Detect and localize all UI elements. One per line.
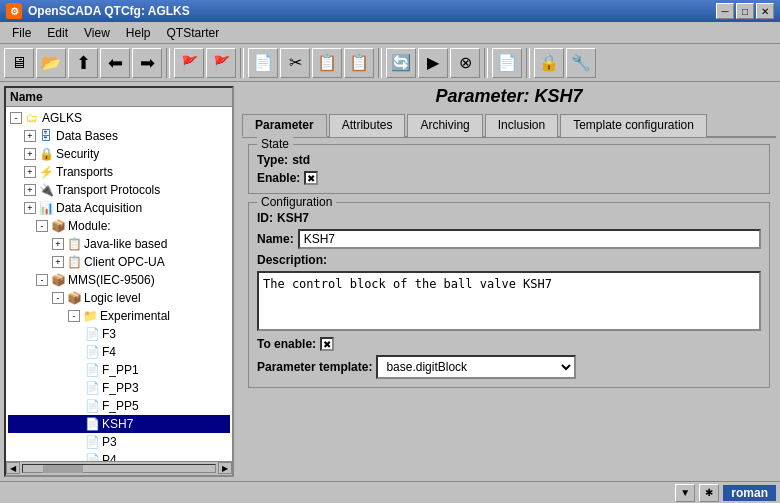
tab-archiving[interactable]: Archiving	[407, 114, 482, 137]
tree-item-logic-level[interactable]: - 📦 Logic level	[8, 289, 230, 307]
hscroll-right[interactable]: ▶	[218, 462, 232, 474]
expand-experimental[interactable]: -	[68, 310, 80, 322]
tree-item-mms-iec[interactable]: - 📦 MMS(IEC-9506)	[8, 271, 230, 289]
tree-item-experimental[interactable]: - 📁 Experimental	[8, 307, 230, 325]
config-id-row: ID: KSH7	[257, 211, 761, 225]
expand-aglks[interactable]: -	[10, 112, 22, 124]
tree-label-aglks: AGLKS	[42, 110, 82, 126]
state-enable-checkbox[interactable]: ✖	[304, 171, 318, 185]
tree-item-f3[interactable]: 📄 F3	[8, 325, 230, 343]
tab-template-configuration[interactable]: Template configuration	[560, 114, 707, 137]
menu-file[interactable]: File	[4, 24, 39, 42]
tab-parameter[interactable]: Parameter	[242, 114, 327, 137]
minimize-button[interactable]: ─	[716, 3, 734, 19]
expand-module[interactable]: -	[36, 220, 48, 232]
config-to-enable-checkbox[interactable]: ✖	[320, 337, 334, 351]
tree-item-databases[interactable]: + 🗄 Data Bases	[8, 127, 230, 145]
toolbar-btn-print[interactable]: 📄	[492, 48, 522, 78]
f3-icon: 📄	[84, 327, 100, 341]
toolbar-btn-lock[interactable]: 🔒	[534, 48, 564, 78]
expand-java-based[interactable]: +	[52, 238, 64, 250]
tree-item-p4[interactable]: 📄 P4	[8, 451, 230, 461]
config-param-template-select[interactable]: base.digitBlock base.analog base.digital	[376, 355, 576, 379]
tree-item-aglks[interactable]: - 🗂 AGLKS	[8, 109, 230, 127]
panel-header: Name	[6, 88, 232, 107]
tree-area[interactable]: - 🗂 AGLKS + 🗄 Data Bases + 🔒 Security + …	[6, 107, 232, 461]
state-group: State Type: std Enable: ✖	[248, 144, 770, 194]
config-param-template-row: Parameter template: base.digitBlock base…	[257, 355, 761, 379]
config-name-input[interactable]	[298, 229, 761, 249]
tree-item-f-pp3[interactable]: 📄 F_PP3	[8, 379, 230, 397]
expand-transports[interactable]: +	[24, 166, 36, 178]
status-btn-down[interactable]: ▼	[675, 484, 695, 502]
f-pp5-icon: 📄	[84, 399, 100, 413]
tab-content-parameter: State Type: std Enable: ✖ Configuration …	[242, 138, 776, 477]
maximize-button[interactable]: □	[736, 3, 754, 19]
tree-item-transports[interactable]: + ⚡ Transports	[8, 163, 230, 181]
toolbar-btn-0[interactable]: 🖥	[4, 48, 34, 78]
tree-hscrollbar[interactable]: ◀ ▶	[6, 461, 232, 475]
tab-inclusion[interactable]: Inclusion	[485, 114, 558, 137]
toolbar-btn-forward[interactable]: ➡	[132, 48, 162, 78]
java-based-icon: 📋	[66, 237, 82, 251]
toolbar-btn-1[interactable]: 📂	[36, 48, 66, 78]
tree-item-client-opc-ua[interactable]: + 📋 Client OPC-UA	[8, 253, 230, 271]
tree-label-transports: Transports	[56, 164, 113, 180]
expand-databases[interactable]: +	[24, 130, 36, 142]
close-button[interactable]: ✕	[756, 3, 774, 19]
status-btn-star[interactable]: ✱	[699, 484, 719, 502]
tree-item-java-based[interactable]: + 📋 Java-like based	[8, 235, 230, 253]
toolbar-btn-paste[interactable]: 📋	[344, 48, 374, 78]
expand-client-opc-ua[interactable]: +	[52, 256, 64, 268]
menu-edit[interactable]: Edit	[39, 24, 76, 42]
expand-security[interactable]: +	[24, 148, 36, 160]
title-bar-left: ⚙ OpenSCADA QTCfg: AGLKS	[6, 3, 190, 19]
menu-qtstarter[interactable]: QTStarter	[159, 24, 228, 42]
toolbar-btn-stop[interactable]: ⊗	[450, 48, 480, 78]
expand-logic-level[interactable]: -	[52, 292, 64, 304]
tree-item-transport-protocols[interactable]: + 🔌 Transport Protocols	[8, 181, 230, 199]
expand-transport-protocols[interactable]: +	[24, 184, 36, 196]
tab-attributes[interactable]: Attributes	[329, 114, 406, 137]
tree-item-p3[interactable]: 📄 P3	[8, 433, 230, 451]
tree-item-ksh7[interactable]: 📄 KSH7	[8, 415, 230, 433]
hscroll-left[interactable]: ◀	[6, 462, 20, 474]
toolbar-sep-5	[526, 48, 530, 78]
state-enable-row: Enable: ✖	[257, 171, 761, 185]
config-param-template-wrapper: base.digitBlock base.analog base.digital	[376, 355, 576, 379]
app-icon: ⚙	[6, 3, 22, 19]
toolbar-btn-flag2[interactable]: 🚩	[206, 48, 236, 78]
tree-item-f-pp5[interactable]: 📄 F_PP5	[8, 397, 230, 415]
toolbar-btn-play[interactable]: ▶	[418, 48, 448, 78]
tree-item-data-acquisition[interactable]: + 📊 Data Acquisition	[8, 199, 230, 217]
tree-label-f-pp1: F_PP1	[102, 362, 139, 378]
tree-item-f-pp1[interactable]: 📄 F_PP1	[8, 361, 230, 379]
tree-label-client-opc-ua: Client OPC-UA	[84, 254, 165, 270]
ksh7-icon: 📄	[84, 417, 100, 431]
toolbar-btn-back[interactable]: ⬅	[100, 48, 130, 78]
hscroll-track[interactable]	[22, 464, 216, 473]
tree-item-f4[interactable]: 📄 F4	[8, 343, 230, 361]
tree-item-security[interactable]: + 🔒 Security	[8, 145, 230, 163]
p3-icon: 📄	[84, 435, 100, 449]
toolbar-btn-flag1[interactable]: 🚩	[174, 48, 204, 78]
toolbar-btn-settings[interactable]: 🔧	[566, 48, 596, 78]
right-panel: Parameter: KSH7 Parameter Attributes Arc…	[238, 82, 780, 481]
config-desc-textarea[interactable]	[257, 271, 761, 331]
toolbar-btn-cut[interactable]: ✂	[280, 48, 310, 78]
tree-item-module[interactable]: - 📦 Module:	[8, 217, 230, 235]
config-id-value: KSH7	[277, 211, 309, 225]
expand-mms-iec[interactable]: -	[36, 274, 48, 286]
toolbar-btn-new[interactable]: 📄	[248, 48, 278, 78]
tree-label-java-based: Java-like based	[84, 236, 167, 252]
tree-label-p3: P3	[102, 434, 117, 450]
toolbar-btn-copy[interactable]: 📋	[312, 48, 342, 78]
toolbar-btn-up[interactable]: ⬆	[68, 48, 98, 78]
expand-data-acquisition[interactable]: +	[24, 202, 36, 214]
p4-icon: 📄	[84, 453, 100, 461]
menu-help[interactable]: Help	[118, 24, 159, 42]
security-icon: 🔒	[38, 147, 54, 161]
menu-view[interactable]: View	[76, 24, 118, 42]
toolbar-btn-refresh[interactable]: 🔄	[386, 48, 416, 78]
config-desc-label: Description:	[257, 253, 327, 267]
